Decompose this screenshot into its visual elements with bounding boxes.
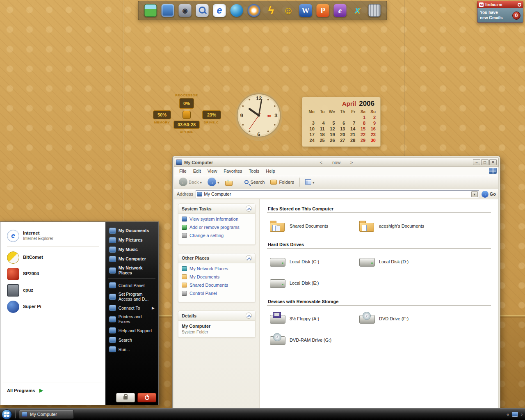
web-globe-icon[interactable] [231, 4, 243, 17]
network-monitor-icon[interactable] [162, 4, 174, 17]
dvd-f-item[interactable]: DVD Drive (F:) [359, 312, 448, 325]
media-player-icon[interactable] [248, 4, 260, 17]
address-combo[interactable]: My Computer [196, 190, 479, 198]
floppy-drive-icon [269, 312, 286, 325]
view-system-information-link[interactable]: View system information [182, 217, 252, 222]
camera-icon[interactable]: ◉ [179, 4, 192, 17]
gmail-line1: You have [480, 10, 510, 16]
collapse-chevron-icon[interactable] [246, 205, 252, 212]
my-network-places-link[interactable]: My Network Places [182, 266, 252, 272]
menu-view[interactable]: View [204, 168, 221, 174]
forward-button[interactable] [205, 176, 221, 187]
start-item-my-documents[interactable]: My Documents [107, 226, 156, 235]
collapse-chevron-icon[interactable] [246, 255, 252, 261]
start-item-my-pictures[interactable]: My Pictures [107, 235, 156, 245]
search-button[interactable]: Search [242, 178, 267, 186]
floppy-a-item[interactable]: 3½ Floppy (A:) [269, 312, 359, 325]
start-item-my-network-places[interactable]: My Network Places [107, 264, 156, 277]
my-documents-link[interactable]: My Documents [182, 274, 252, 280]
dvd-ram-g-item[interactable]: DVD-RAM Drive (G:) [269, 333, 359, 347]
views-dropdown-icon[interactable] [313, 180, 315, 185]
details-header[interactable]: Details [178, 311, 255, 321]
start-button[interactable] [2, 409, 12, 420]
menu-file[interactable]: File [176, 168, 190, 174]
menu-tools[interactable]: Tools [246, 168, 263, 174]
back-dropdown-icon[interactable] [200, 180, 202, 185]
close-button[interactable] [489, 159, 497, 165]
system-tray [507, 412, 523, 417]
help-icon [109, 327, 116, 333]
go-button[interactable]: Go [482, 191, 496, 198]
start-item-program-access[interactable]: Set Program Access and D... [107, 290, 156, 303]
system-tasks-header[interactable]: System Tasks [178, 204, 255, 214]
start-item-bitcomet[interactable]: BitComet [3, 249, 103, 266]
window-titlebar[interactable]: My Computer < now > [174, 158, 499, 167]
start-item-super-pi[interactable]: Super Pi [3, 299, 103, 315]
shared-documents-item[interactable]: Shared Documents [269, 219, 359, 233]
clock-date: 30 [267, 114, 272, 118]
start-item-my-music[interactable]: My Music [107, 245, 156, 254]
minimize-button[interactable] [473, 159, 480, 165]
start-item-help-support[interactable]: Help and Support [107, 326, 156, 335]
shared-documents-link[interactable]: Shared Documents [182, 283, 252, 288]
local-disk-c-item[interactable]: Local Disk (C:) [269, 255, 359, 268]
control-panel-link[interactable]: Control Panel [182, 291, 252, 296]
taskbar-my-computer-button[interactable]: My Computer [19, 410, 74, 419]
back-arrow-icon [179, 178, 187, 186]
change-setting-link[interactable]: Change a setting [182, 233, 252, 238]
outlook-express-icon[interactable]: e [334, 4, 347, 17]
all-programs-button[interactable]: All Programs [3, 383, 103, 393]
recycle-bin-icon[interactable] [368, 4, 381, 17]
word-icon[interactable]: W [299, 4, 312, 17]
address-bar: Address My Computer Go [174, 189, 499, 199]
power-button[interactable] [137, 393, 156, 402]
start-item-connect-to[interactable]: Connect To [107, 303, 156, 313]
pictures-icon[interactable] [144, 4, 157, 17]
submenu-arrow-icon [152, 306, 155, 310]
views-button[interactable] [303, 178, 317, 186]
internet-explorer-icon[interactable]: e [213, 4, 226, 17]
go-label: Go [490, 192, 496, 196]
gmail-titlebar[interactable]: M firdauzm [477, 1, 523, 8]
start-item-cpuz[interactable]: cpuz [3, 282, 103, 299]
display-tray-icon[interactable] [512, 412, 518, 417]
forward-dropdown-icon[interactable] [217, 180, 219, 185]
winamp-icon[interactable]: ϟ [265, 4, 278, 17]
messenger-icon[interactable]: ☺ [282, 4, 295, 17]
start-item-sp2004[interactable]: SP2004 [3, 266, 103, 282]
collapse-chevron-icon[interactable] [246, 313, 252, 319]
analog-clock-widget[interactable]: 12 3 6 9 30 [234, 89, 283, 142]
start-item-internet[interactable]: e Internet Internet Explorer [3, 228, 103, 244]
system-monitor-widget[interactable]: PROCESSOR 0% 50% MEMORY 23% DRIVE:C 03:5… [150, 93, 224, 139]
calendar-today: 30 [367, 137, 377, 143]
start-item-printers-faxes[interactable]: Printers and Faxes [107, 313, 156, 326]
gmail-notifier-widget[interactable]: M firdauzm You have new Gmails 0 [477, 1, 523, 23]
search-icon[interactable] [196, 4, 209, 17]
folders-button[interactable]: Folders [268, 178, 296, 186]
up-button[interactable] [223, 177, 235, 187]
tray-collapse-icon[interactable] [507, 412, 509, 417]
local-disk-d-item[interactable]: Local Disk (D:) [359, 255, 448, 268]
my-computer-window: My Computer < now > File Edit View Favor… [172, 156, 500, 413]
powerpoint-icon[interactable]: P [317, 4, 329, 17]
tray-expand-icon[interactable] [521, 412, 523, 417]
maximize-button[interactable] [481, 159, 488, 165]
local-disk-e-item[interactable]: Local Disk (E:) [269, 276, 359, 290]
start-item-run[interactable]: Run... [107, 345, 156, 354]
calendar-widget[interactable]: April 2006 MoTu WeTh FrSa Su 12 3456789 … [302, 97, 381, 147]
other-places-header[interactable]: Other Places [178, 253, 255, 263]
msn-messenger-icon[interactable]: X [351, 4, 364, 17]
details-item-type: System Folder [182, 330, 252, 334]
gmail-check-icon[interactable] [518, 3, 521, 7]
address-dropdown-button[interactable] [471, 191, 478, 197]
back-button[interactable]: Back [177, 176, 204, 187]
menu-help[interactable]: Help [262, 168, 278, 174]
start-item-my-computer[interactable]: My Computer [107, 254, 156, 264]
menu-edit[interactable]: Edit [190, 168, 204, 174]
start-item-control-panel[interactable]: Control Panel [107, 281, 156, 290]
menu-favorites[interactable]: Favorites [220, 168, 245, 174]
add-remove-programs-link[interactable]: Add or remove programs [182, 225, 252, 230]
lock-button[interactable] [116, 393, 135, 402]
start-item-search[interactable]: Search [107, 335, 156, 345]
user-documents-item[interactable]: aceshigh's Documents [359, 219, 448, 233]
